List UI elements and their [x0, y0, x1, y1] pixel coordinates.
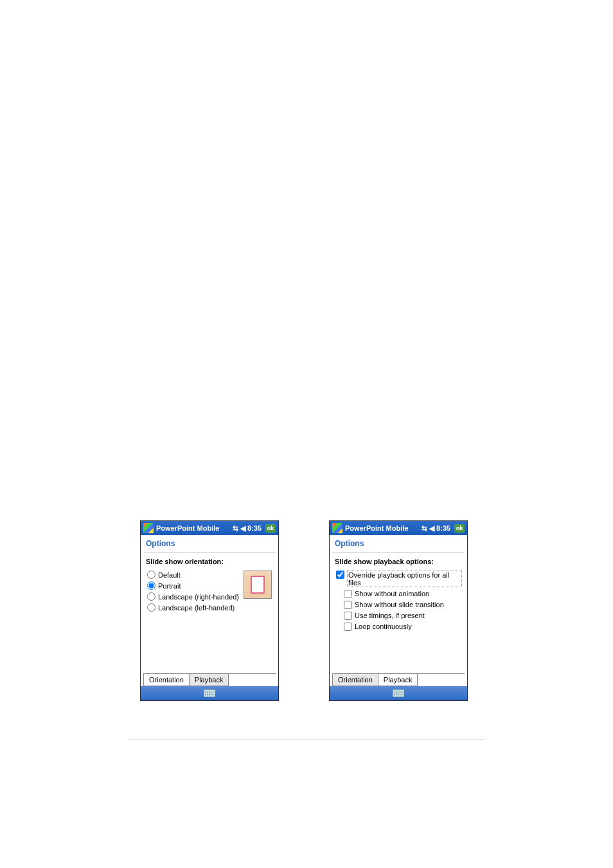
connectivity-icon[interactable]: ⇆ [233, 524, 238, 533]
check-label: Loop continuously [355, 623, 412, 630]
check-loop-input[interactable] [344, 623, 352, 631]
check-label: Override playback options for all files [347, 571, 462, 587]
radio-label: Landscape (right-handed) [158, 593, 239, 601]
radio-label: Landscape (left-handed) [158, 604, 235, 612]
divider [143, 552, 276, 553]
start-icon[interactable] [143, 523, 154, 533]
tab-strip: Orientation Playback [330, 674, 467, 686]
check-loop[interactable]: Loop continuously [342, 623, 462, 631]
app-title: PowerPoint Mobile [156, 524, 233, 532]
radio-default-input[interactable] [147, 571, 155, 579]
content-area: Slide show orientation: Default Portrait… [141, 555, 278, 673]
radio-landscape-right-input[interactable] [147, 592, 155, 601]
command-bar [141, 686, 278, 700]
ok-button[interactable]: ok [454, 524, 465, 533]
check-no-transition-input[interactable] [344, 601, 352, 609]
group-heading: Slide show playback options: [335, 558, 462, 565]
sip-keyboard-icon[interactable] [204, 689, 215, 697]
check-use-timings[interactable]: Use timings, if present [342, 612, 462, 620]
check-override[interactable]: Override playback options for all files [335, 571, 462, 587]
system-tray: ⇆ ◀ 8:35 ok [233, 524, 276, 533]
radio-portrait-input[interactable] [147, 581, 155, 590]
command-bar [330, 686, 467, 700]
radio-label: Portrait [158, 582, 181, 590]
page-title: Options [330, 535, 467, 552]
tab-strip: Orientation Playback [141, 674, 278, 686]
check-use-timings-input[interactable] [344, 612, 352, 620]
tab-orientation[interactable]: Orientation [332, 674, 378, 686]
page-title: Options [141, 535, 278, 552]
content-area: Slide show playback options: Override pl… [330, 555, 467, 673]
radio-landscape-left-input[interactable] [147, 603, 155, 612]
divider [332, 552, 465, 553]
page-divider [129, 739, 484, 740]
start-icon[interactable] [332, 523, 342, 533]
check-no-animation[interactable]: Show without animation [342, 590, 462, 598]
clock[interactable]: 8:35 [247, 524, 262, 532]
device-playback-options: PowerPoint Mobile ⇆ ◀ 8:35 ok Options Sl… [329, 520, 468, 701]
device-orientation-options: PowerPoint Mobile ⇆ ◀ 8:35 ok Options Sl… [140, 520, 279, 701]
tab-orientation[interactable]: Orientation [143, 674, 190, 686]
group-heading: Slide show orientation: [146, 558, 273, 565]
orientation-preview-icon [251, 576, 265, 594]
ok-button[interactable]: ok [265, 524, 276, 533]
check-label: Show without animation [355, 590, 429, 598]
system-tray: ⇆ ◀ 8:35 ok [422, 524, 465, 533]
check-label: Show without slide transition [355, 601, 444, 608]
volume-icon[interactable]: ◀ [429, 524, 434, 533]
check-override-input[interactable] [336, 571, 344, 579]
clock[interactable]: 8:35 [436, 524, 450, 532]
sip-keyboard-icon[interactable] [393, 689, 404, 697]
volume-icon[interactable]: ◀ [240, 524, 245, 533]
radio-landscape-left[interactable]: Landscape (left-handed) [146, 603, 273, 612]
connectivity-icon[interactable]: ⇆ [422, 524, 427, 533]
titlebar: PowerPoint Mobile ⇆ ◀ 8:35 ok [330, 521, 467, 535]
orientation-preview [244, 571, 272, 599]
check-no-animation-input[interactable] [344, 590, 352, 598]
app-title: PowerPoint Mobile [345, 524, 422, 532]
tab-playback[interactable]: Playback [378, 674, 418, 686]
radio-label: Default [158, 571, 181, 579]
check-label: Use timings, if present [355, 612, 425, 619]
tab-playback[interactable]: Playback [190, 674, 229, 686]
titlebar: PowerPoint Mobile ⇆ ◀ 8:35 ok [141, 521, 278, 535]
check-no-transition[interactable]: Show without slide transition [342, 601, 462, 609]
